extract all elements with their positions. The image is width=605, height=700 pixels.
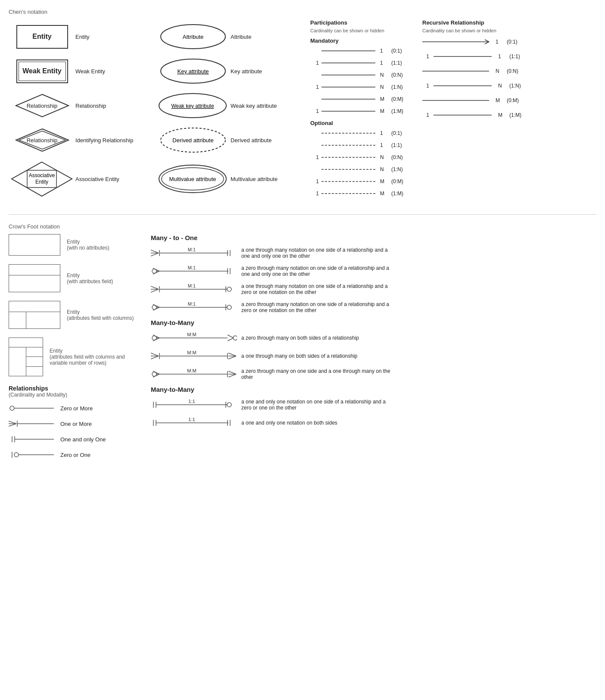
many-to-one-title: Many - to - One xyxy=(151,234,596,241)
svg-point-38 xyxy=(10,406,14,410)
optional-label: Optional xyxy=(310,120,422,126)
zero-one-label: Zero or One xyxy=(60,452,90,458)
section-divider xyxy=(9,214,596,215)
crows-left-col: Entity (with no attributes) Entity (with… xyxy=(9,234,138,465)
mto-row-2-desc: a zero through many notation on one side… xyxy=(241,265,392,277)
cf-one-more-row: One or More xyxy=(9,419,138,429)
svg-text:Associative: Associative xyxy=(29,172,55,178)
svg-line-86 xyxy=(228,335,234,338)
rec-row-1-1: 1 1 (1:1) xyxy=(422,52,543,61)
svg-text:Multivalue attribute: Multivalue attribute xyxy=(169,176,216,182)
oto-row-1-desc: a one and only one notation on one side … xyxy=(241,399,392,411)
mto-row-2: M:1 a zero through many notation on one … xyxy=(151,265,596,278)
svg-text:Entity: Entity xyxy=(35,179,48,185)
svg-text:M:M: M:M xyxy=(187,368,196,373)
cf-entity-attrs-row: Entity (with attributes field) xyxy=(9,264,138,292)
id-relationship-label: Identifying Relationship xyxy=(75,137,144,144)
participations-subtitle: Cardinality can be shown or hidden xyxy=(310,28,422,33)
multivalue-attr-shape: Multivalue attribute xyxy=(157,163,228,195)
rec-row-0-1: 1 (0:1) xyxy=(422,38,543,46)
mtm-row-2-desc: a one through many on both sides of a re… xyxy=(241,353,392,359)
svg-line-90 xyxy=(151,356,159,359)
recursive-title: Recursive Relationship xyxy=(422,19,543,26)
svg-line-66 xyxy=(151,286,159,289)
crows-rel-subtitle: (Cardinality and Modality) xyxy=(9,392,138,398)
mtm-row-1: M:M a zero through many on both sides of… xyxy=(151,331,596,344)
cf-zero-one-row: Zero or One xyxy=(9,450,138,460)
mtm-row-2: M:M a one through many on both sides of … xyxy=(151,350,596,362)
weak-key-attr-shape: Weak key attribute xyxy=(157,92,228,120)
cf-zero-more-row: Zero or More xyxy=(9,403,138,413)
cf-entity-simple-sublabel: (with no attributes) xyxy=(67,245,109,251)
key-attr-row: Key attribute Key attribute xyxy=(155,54,310,88)
zero-one-symbol xyxy=(9,450,56,460)
svg-text:Attribute: Attribute xyxy=(182,34,203,40)
assoc-entity-label: Associative Entity xyxy=(75,176,144,182)
participations-title: Participations xyxy=(310,19,422,26)
one-only-symbol xyxy=(9,434,56,444)
cf-entity-attrs-sublabel: (with attributes field) xyxy=(67,278,113,284)
svg-point-80 xyxy=(227,305,231,309)
rec-row-1-M: 1 M (1:M) xyxy=(422,111,543,119)
svg-line-51 xyxy=(151,250,159,253)
one-more-symbol xyxy=(9,419,56,429)
part-row-1-1-mand: 1 1 (1:1) xyxy=(310,59,422,67)
weak-entity-label: Weak Entity xyxy=(75,68,144,75)
id-relationship-row: Relationship Identifying Relationship xyxy=(9,123,155,157)
relationship-row: Relationship Relationship xyxy=(9,88,155,123)
part-row-1-N-mand: 1 N (1:N) xyxy=(310,83,422,91)
mto-row-4-desc: a zero through many notation on one side… xyxy=(241,301,392,313)
recursive-subtitle: Cardinality can be shown or hidden xyxy=(422,28,543,33)
crows-right-col: Many - to - One M:1 xyxy=(151,234,596,434)
svg-point-113 xyxy=(227,403,231,407)
cf-entity-varrows xyxy=(9,338,43,376)
multi-attr-row: Multivalue attribute Multivalue attribut… xyxy=(155,157,310,200)
cf-entity-cols xyxy=(9,301,60,329)
part-row-0-M-opt: 1 M (0:M) xyxy=(310,177,422,186)
mtm-row-3-desc: a zero through many on one side and a on… xyxy=(241,368,392,380)
oto-row-1: 1:1 a one and only one notation on one s… xyxy=(151,398,596,411)
participations-col: Participations Cardinality can be shown … xyxy=(310,19,422,201)
cf-entity-cols-row: Entity (attributes field with columns) xyxy=(9,301,138,329)
weak-key-attr-label: Weak key attribute xyxy=(231,103,306,109)
cf-entity-attrs xyxy=(9,264,60,292)
cf-entity-varrows-row: Entity (attributes field with columns an… xyxy=(9,338,138,376)
mtm-row-3: M:M a zero through many on one side and … xyxy=(151,368,596,381)
crows-title: Crow's Foot notation xyxy=(9,223,596,230)
derived-attr-label: Derived attribute xyxy=(231,137,306,144)
chens-notation-section: Chen's notation Entity Entity Weak Entit… xyxy=(9,9,596,201)
part-row-1-N-opt: N (1:N) xyxy=(310,165,422,174)
svg-text:1:1: 1:1 xyxy=(188,399,195,404)
mto-row-3-desc: a one through many notation on one side … xyxy=(241,283,392,295)
rec-row-1-N: 1 N (1:N) xyxy=(422,81,543,90)
mto-row-4: M:1 a zero through many notation on one … xyxy=(151,301,596,314)
svg-point-73 xyxy=(227,287,231,291)
cf-entity-simple-label: Entity xyxy=(67,239,109,245)
derived-attr-shape: Derived attribute xyxy=(159,126,228,154)
cf-entity-simple xyxy=(9,234,60,256)
svg-text:M:1: M:1 xyxy=(188,265,196,270)
svg-text:M:1: M:1 xyxy=(188,283,196,288)
oto-row-2-desc: a one and only one notation on both side… xyxy=(241,420,392,426)
assoc-entity-svg: Associative Entity xyxy=(11,161,73,197)
part-row-0-1-mand: 1 (0:1) xyxy=(310,47,422,55)
mto-row-1: M:1 a one through many notation on one s… xyxy=(151,247,596,259)
crows-notation-section: Crow's Foot notation Entity (with no att… xyxy=(9,223,596,465)
mandatory-label: Mandatory xyxy=(310,38,422,44)
part-row-0-N-opt: 1 N (0:N) xyxy=(310,153,422,162)
entity-row: Entity Entity xyxy=(9,19,155,54)
svg-text:M:1: M:1 xyxy=(188,247,196,252)
many-to-many-title: Many-to-Many xyxy=(151,319,596,326)
id-relationship-shape: Relationship xyxy=(14,127,70,153)
svg-point-88 xyxy=(233,336,237,340)
one-to-one-title: Many-to-Many xyxy=(151,386,596,393)
entity-shape: Entity xyxy=(16,25,68,49)
part-row-1-1-opt: 1 (1:1) xyxy=(310,141,422,150)
svg-text:Derived attribute: Derived attribute xyxy=(172,137,213,144)
weak-entity-row: Weak Entity Weak Entity xyxy=(9,54,155,88)
attribute-label: Attribute xyxy=(231,34,306,40)
oto-row-2: 1:1 a one and only one notation on both … xyxy=(151,416,596,429)
part-row-1-M-mand: 1 M (1:M) xyxy=(310,107,422,116)
cf-entity-cols-label: Entity xyxy=(67,309,134,315)
crows-rel-title: Relationships xyxy=(9,385,138,392)
